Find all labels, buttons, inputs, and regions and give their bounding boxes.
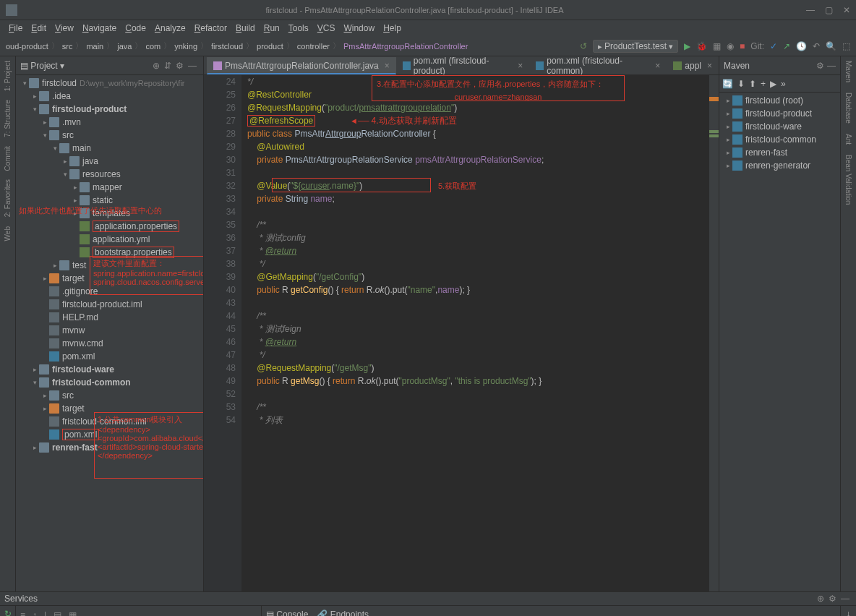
maven-module[interactable]: ▸firstcloud-ware <box>719 120 840 133</box>
close-icon[interactable]: ✕ <box>843 5 850 15</box>
maven-module[interactable]: ▸renren-generator <box>719 159 840 172</box>
menu-run[interactable]: Run <box>261 22 283 35</box>
stripe-button[interactable]: 2: Favorites <box>4 178 12 218</box>
tree-item--mvn[interactable]: ▸.mvn <box>16 116 203 129</box>
git-history-icon[interactable]: 🕓 <box>796 41 807 51</box>
breadcrumb[interactable]: oud-product〉src〉main〉java〉com〉ynking〉fir… <box>6 40 580 51</box>
git-update-icon[interactable]: ✓ <box>770 41 777 51</box>
tree-item-src[interactable]: ▾src <box>16 129 203 142</box>
editor-tab[interactable]: PmsAttrAttrgroupRelationController.java× <box>207 57 396 74</box>
add-icon[interactable]: + <box>761 79 766 89</box>
tree-item-firstcloud-product[interactable]: ▾firstcloud-product <box>16 103 203 116</box>
editor-tab[interactable]: pom.xml (firstcloud-product)× <box>396 57 529 74</box>
settings-icon[interactable]: ⚙ <box>816 61 824 71</box>
rerun-icon[interactable]: ↻ <box>4 609 12 616</box>
tree-item-main[interactable]: ▾main <box>16 142 203 155</box>
profile-icon[interactable]: ◉ <box>727 41 734 51</box>
endpoints-tab[interactable]: 🔗 Endpoints <box>317 609 369 617</box>
breadcrumb-item[interactable]: java <box>117 42 132 51</box>
tree-item-application-properties[interactable]: application.properties <box>16 220 203 233</box>
breadcrumb-item[interactable]: ynking <box>174 42 197 51</box>
stripe-button[interactable]: 1: Project <box>4 59 12 93</box>
menu-edit[interactable]: Edit <box>28 22 49 35</box>
tree-item-firstcloud[interactable]: ▾firstcloudD:\wyn_work\myRepository\fir <box>16 77 203 90</box>
maven-module[interactable]: ▸fristcloud-common <box>719 133 840 146</box>
breadcrumb-item[interactable]: main <box>86 42 103 51</box>
settings-icon[interactable]: ⚙ <box>829 594 836 604</box>
stripe-button[interactable]: Maven <box>844 59 852 84</box>
tree-item-fristcloud-common[interactable]: ▾fristcloud-common <box>16 376 203 389</box>
expand-icon[interactable]: ↕ <box>33 610 37 617</box>
maximize-icon[interactable]: ▢ <box>825 5 833 15</box>
select-icon[interactable]: ⊕ <box>817 594 824 604</box>
search-icon[interactable]: 🔍 <box>826 41 836 51</box>
generate-icon[interactable]: ⬇ <box>737 79 745 89</box>
tree-item-mapper[interactable]: ▸mapper <box>16 181 203 194</box>
breadcrumb-item[interactable]: product <box>257 42 283 51</box>
scroll-icon[interactable]: ↓ <box>847 609 851 616</box>
console-tab[interactable]: ▤ Console <box>266 609 308 617</box>
stripe-button[interactable]: Web <box>4 225 12 242</box>
git-revert-icon[interactable]: ↶ <box>813 41 820 51</box>
tree-item--idea[interactable]: ▸.idea <box>16 90 203 103</box>
breadcrumb-item[interactable]: firstcloud <box>211 42 243 51</box>
stripe-button[interactable]: Database <box>844 91 852 125</box>
group-icon[interactable]: ▦ <box>69 610 77 617</box>
collapse-icon[interactable]: ⇵ <box>164 61 171 71</box>
reimport-icon[interactable]: 🔄 <box>722 79 733 89</box>
menu-vcs[interactable]: VCS <box>314 22 338 35</box>
run-icon[interactable]: ▶ <box>684 41 690 51</box>
menu-refactor[interactable]: Refactor <box>192 22 230 35</box>
menu-build[interactable]: Build <box>233 22 258 35</box>
stripe-button[interactable]: Bean Validation <box>844 153 852 206</box>
tree-item-mvnw-cmd[interactable]: mvnw.cmd <box>16 337 203 350</box>
stop-icon[interactable]: ■ <box>740 41 745 51</box>
settings-icon[interactable]: ⚙ <box>176 61 184 71</box>
editor-marker-bar[interactable] <box>709 75 719 591</box>
select-file-icon[interactable]: ⊕ <box>153 61 160 71</box>
menu-view[interactable]: View <box>52 22 77 35</box>
editor-tab[interactable]: appl× <box>667 57 719 74</box>
tree-item-help-md[interactable]: HELP.md <box>16 311 203 324</box>
project-tree[interactable]: 如果此文件也配置了优先读取配置中心的 建该文件里面配置： spring.appl… <box>16 75 203 591</box>
settings-icon[interactable]: ⬚ <box>842 41 850 51</box>
maven-module[interactable]: ▸firstcloud (root) <box>719 94 840 107</box>
run-config-selector[interactable]: ▸ ProductTest.test ▾ <box>593 40 678 53</box>
coverage-icon[interactable]: ▦ <box>713 41 721 51</box>
breadcrumb-item[interactable]: controller <box>297 42 330 51</box>
filter-icon[interactable]: ▤ <box>54 610 61 617</box>
tree-item-mvnw[interactable]: mvnw <box>16 324 203 337</box>
hide-icon[interactable]: — <box>827 61 836 71</box>
editor-tab[interactable]: pom.xml (fristcloud-common)× <box>529 57 667 74</box>
run-icon[interactable]: ▶ <box>770 79 776 89</box>
tree-item-resources[interactable]: ▾resources <box>16 168 203 181</box>
code-editor[interactable]: 2425262728293031323334353637383940434445… <box>204 75 719 591</box>
more-icon[interactable]: » <box>781 79 786 89</box>
debug-icon[interactable]: 🐞 <box>696 41 707 51</box>
services-tree[interactable]: ≡ ↕ | ▤ ▦ ▾ ⬢ Spring Boot▾ ▶ Running▶ Fi… <box>16 606 262 616</box>
tree-item-java[interactable]: ▸java <box>16 155 203 168</box>
back-icon[interactable]: ↺ <box>580 41 587 51</box>
hide-icon[interactable]: — <box>188 61 197 71</box>
tree-item-firstcloud-ware[interactable]: ▸firstcloud-ware <box>16 363 203 376</box>
menu-navigate[interactable]: Navigate <box>80 22 119 35</box>
menu-code[interactable]: Code <box>122 22 149 35</box>
download-icon[interactable]: ⬆ <box>749 79 756 89</box>
git-commit-icon[interactable]: ↗ <box>783 41 790 51</box>
tree-item-pom-xml[interactable]: pom.xml <box>16 350 203 363</box>
tree-item-src[interactable]: ▸src <box>16 389 203 402</box>
hide-icon[interactable]: — <box>841 594 849 604</box>
tree-item-application-yml[interactable]: application.yml <box>16 233 203 246</box>
menu-help[interactable]: Help <box>380 22 404 35</box>
tree-icon[interactable]: ≡ <box>20 610 25 617</box>
menu-tools[interactable]: Tools <box>286 22 312 35</box>
breadcrumb-item[interactable]: PmsAttrAttrgroupRelationController <box>343 42 468 51</box>
menu-analyze[interactable]: Analyze <box>152 22 189 35</box>
menu-window[interactable]: Window <box>341 22 377 35</box>
breadcrumb-item[interactable]: oud-product <box>6 42 48 51</box>
stripe-button[interactable]: Ant <box>844 132 852 146</box>
maven-tree[interactable]: ▸firstcloud (root)▸firstcloud-product▸fi… <box>719 93 840 174</box>
breadcrumb-item[interactable]: src <box>62 42 73 51</box>
menu-file[interactable]: File <box>6 22 25 35</box>
breadcrumb-item[interactable]: com <box>145 42 160 51</box>
